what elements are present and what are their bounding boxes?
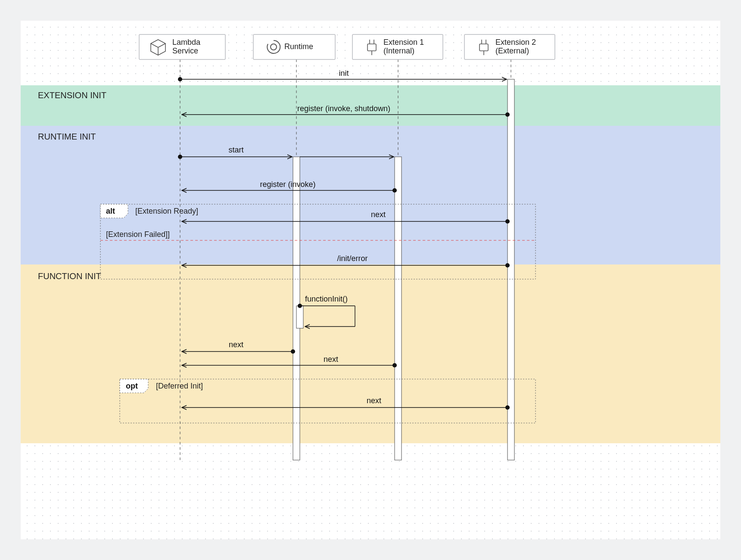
opt-guard: [Deferred Init] bbox=[156, 382, 203, 390]
actor-label-2: (Internal) bbox=[383, 47, 414, 55]
msg-init: init bbox=[178, 69, 507, 81]
actor-extension-1: Extension 1 (Internal) bbox=[352, 34, 443, 59]
sequence-diagram-svg: EXTENSION INIT RUNTIME INIT FUNCTION INI… bbox=[21, 21, 720, 539]
actor-lambda-service: Lambda Service bbox=[139, 34, 225, 59]
alt-guard-ready: [Extension Ready] bbox=[135, 207, 198, 215]
svg-text:next: next bbox=[367, 396, 381, 405]
actor-label-1: Extension 2 bbox=[495, 38, 536, 47]
svg-text:/init/error: /init/error bbox=[337, 254, 367, 263]
svg-text:next: next bbox=[324, 355, 338, 364]
alt-guard-failed: [Extension Failed]] bbox=[106, 230, 170, 239]
actor-label-2: Service bbox=[172, 47, 198, 55]
phase-band-function-init bbox=[21, 264, 720, 443]
actor-label-2: (External) bbox=[495, 47, 529, 55]
alt-label: alt bbox=[106, 207, 115, 215]
actor-extension-2: Extension 2 (External) bbox=[464, 34, 555, 59]
svg-text:functionInit(): functionInit() bbox=[305, 295, 348, 303]
svg-text:register (invoke, shutdown): register (invoke, shutdown) bbox=[297, 104, 390, 113]
diagram-stage: EXTENSION INIT RUNTIME INIT FUNCTION INI… bbox=[0, 0, 741, 560]
opt-label: opt bbox=[126, 382, 138, 390]
actor-label-1: Lambda bbox=[172, 38, 201, 47]
actor-label-1: Runtime bbox=[284, 42, 313, 51]
actor-runtime: Runtime bbox=[253, 34, 335, 59]
phase-label-function-init: FUNCTION INIT bbox=[38, 271, 101, 281]
svg-text:next: next bbox=[229, 340, 243, 349]
svg-text:register (invoke): register (invoke) bbox=[260, 180, 315, 189]
activation-extension1 bbox=[395, 157, 402, 460]
diagram-canvas: EXTENSION INIT RUNTIME INIT FUNCTION INI… bbox=[21, 21, 720, 539]
phase-label-runtime-init: RUNTIME INIT bbox=[38, 132, 96, 141]
actor-label-1: Extension 1 bbox=[383, 38, 424, 47]
activation-extension2 bbox=[507, 79, 514, 460]
phase-label-extension-init: EXTENSION INIT bbox=[38, 90, 106, 100]
svg-text:next: next bbox=[371, 210, 386, 219]
svg-text:init: init bbox=[339, 69, 349, 78]
phase-band-runtime-init bbox=[21, 126, 720, 264]
svg-text:start: start bbox=[228, 146, 243, 154]
activation-runtime-functioninit bbox=[296, 306, 303, 328]
